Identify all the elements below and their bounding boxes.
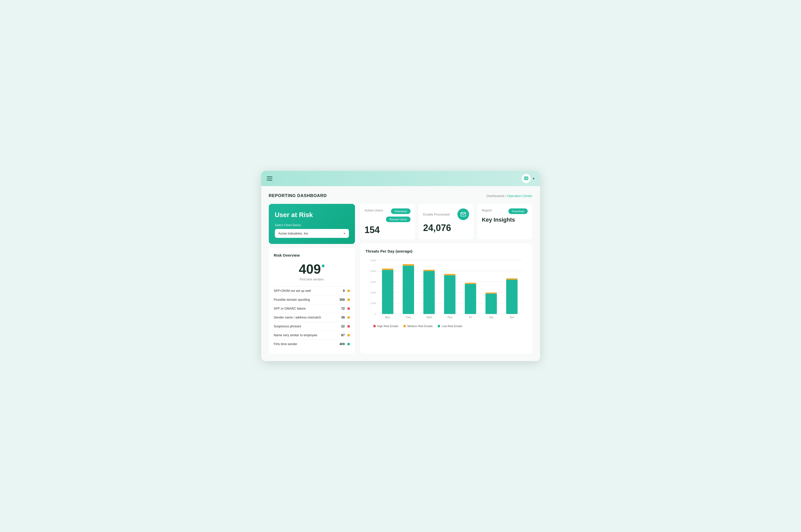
risk-list-item: Possible domain spoofing 359	[274, 295, 350, 304]
top-bar: ▾	[261, 171, 540, 186]
legend-low-risk: Low Risk Emails	[438, 325, 462, 328]
svg-text:5,000: 5,000	[370, 259, 376, 262]
svg-rect-16	[382, 270, 393, 314]
rescan-users-button[interactable]: Rescan Users	[386, 216, 411, 222]
svg-rect-22	[423, 271, 435, 314]
active-users-actions: Download Rescan Users	[386, 208, 411, 222]
risk-item-count: 87	[341, 334, 345, 337]
risk-list-item: SPF+DKIM not set up well 9	[274, 286, 350, 295]
report-header: Report Download	[482, 208, 528, 214]
svg-rect-23	[423, 270, 435, 271]
risk-item-dot	[347, 299, 350, 301]
risk-list-item: Sender name / address mismatch 39	[274, 313, 350, 322]
page-header: REPORTING DASHBOARD Dashboards / Operati…	[269, 193, 533, 198]
svg-rect-25	[444, 276, 455, 314]
chevron-down-icon[interactable]: ▾	[533, 176, 534, 180]
svg-rect-28	[465, 284, 476, 314]
report-label: Report	[482, 208, 492, 212]
svg-text:Wed: Wed	[426, 316, 432, 319]
user-at-risk-title: User at Risk	[275, 211, 349, 219]
report-card: Report Download Key Insights	[477, 204, 532, 240]
chart-area: 01,0002,0003,0004,0005,000MonTuesWedThur…	[366, 258, 527, 322]
svg-text:Fri: Fri	[469, 316, 472, 319]
legend-low-risk-label: Low Risk Emails	[442, 325, 462, 328]
risk-item-label: Possible domain spoofing	[274, 298, 340, 302]
svg-rect-20	[403, 264, 414, 266]
risk-item-count: 359	[340, 298, 345, 302]
select-client-label: Select Client Below	[275, 223, 349, 227]
svg-text:2,000: 2,000	[370, 291, 376, 294]
legend-medium-risk-label: Medium Risk Emails	[407, 325, 433, 328]
client-select[interactable]: Acme Industries, Inc ▾	[275, 229, 349, 238]
risk-item-label: Name very similar to employee	[274, 334, 341, 337]
active-users-label: Active Users	[365, 208, 383, 212]
active-users-header: Active Users Download Rescan Users	[365, 208, 411, 222]
chart-card: Threats Per Day (average) 01,0002,0003,0…	[360, 243, 533, 354]
svg-text:Thur: Thur	[447, 316, 452, 319]
risk-item-label: SPF+DKIM not set up well	[274, 289, 343, 292]
risk-item-dot	[347, 343, 350, 345]
svg-text:Sun: Sun	[510, 316, 514, 319]
client-name: Acme Industries, Inc	[279, 231, 308, 235]
risk-item-count: 9	[343, 289, 345, 292]
risk-item-count: 39	[341, 316, 345, 319]
svg-rect-19	[403, 266, 414, 314]
svg-text:3,000: 3,000	[370, 281, 376, 283]
legend-high-risk: High Risk Emails	[373, 325, 398, 328]
risk-item-count: 409	[340, 342, 345, 346]
risk-item-dot	[347, 307, 350, 310]
stats-row: Active Users Download Rescan Users 154 E…	[360, 204, 533, 240]
emails-processed-header: Emails Processed	[423, 208, 469, 220]
svg-rect-31	[485, 293, 497, 314]
risk-number-row: 409	[274, 262, 350, 277]
svg-rect-34	[506, 280, 517, 314]
top-bar-right: ▾	[521, 174, 534, 183]
svg-text:1,000: 1,000	[370, 302, 376, 305]
risk-overview-card: Risk Overview 409 First time senders SPF…	[269, 248, 355, 354]
bar-chart: 01,0002,0003,0004,0005,000MonTuesWedThur…	[366, 258, 527, 321]
report-download-button[interactable]: Download	[509, 208, 528, 214]
risk-overview-title: Risk Overview	[274, 253, 350, 258]
legend-medium-risk-dot	[403, 325, 406, 327]
emails-processed-value: 24,076	[423, 223, 469, 233]
logo-circle	[521, 174, 531, 183]
active-users-card: Active Users Download Rescan Users 154	[360, 204, 415, 240]
breadcrumb: Dashboards / Operation Center	[487, 194, 533, 198]
risk-item-dot	[347, 290, 350, 292]
risk-list-item: Suspicious phrases 22	[274, 322, 350, 331]
svg-text:Tues: Tues	[405, 316, 411, 319]
legend-high-risk-dot	[373, 325, 376, 327]
emails-processed-card: Emails Processed 24,076	[419, 204, 474, 240]
right-column: Active Users Download Rescan Users 154 E…	[360, 204, 533, 354]
legend-high-risk-label: High Risk Emails	[377, 325, 398, 328]
chart-legend: High Risk Emails Medium Risk Emails Low …	[366, 325, 527, 328]
svg-rect-29	[465, 283, 476, 284]
svg-rect-17	[382, 268, 393, 270]
risk-item-label: Suspicious phrases	[274, 325, 341, 328]
svg-rect-35	[506, 279, 517, 280]
risk-list-item: Name very similar to employee 87	[274, 331, 350, 340]
risk-item-label: SPF or DMARC failure	[274, 307, 341, 310]
risk-item-label: Firts time sender	[274, 342, 340, 346]
risk-sub-label: First time senders	[274, 278, 350, 281]
svg-text:Sat: Sat	[489, 316, 493, 319]
risk-list-item: Firts time sender 409	[274, 340, 350, 348]
main-content: REPORTING DASHBOARD Dashboards / Operati…	[261, 186, 540, 361]
emails-processed-label: Emails Processed	[423, 212, 450, 216]
risk-item-dot	[347, 316, 350, 319]
hamburger-menu[interactable]	[267, 176, 272, 180]
risk-list: SPF+DKIM not set up well 9 Possible doma…	[274, 286, 350, 348]
breadcrumb-active: Operation Center	[507, 194, 533, 198]
risk-item-count: 22	[341, 325, 345, 328]
risk-item-dot	[347, 325, 350, 328]
risk-dot-indicator	[322, 265, 325, 267]
select-chevron-icon: ▾	[344, 231, 345, 235]
active-users-download-button[interactable]: Download	[391, 208, 411, 214]
active-users-value: 154	[365, 225, 411, 235]
user-at-risk-card: User at Risk Select Client Below Acme In…	[269, 204, 355, 244]
content-grid: User at Risk Select Client Below Acme In…	[269, 204, 533, 354]
legend-low-risk-dot	[438, 325, 440, 327]
breadcrumb-base: Dashboards /	[487, 194, 506, 198]
app-window: ▾ REPORTING DASHBOARD Dashboards / Opera…	[261, 171, 540, 361]
risk-list-item: SPF or DMARC failure 72	[274, 304, 350, 313]
